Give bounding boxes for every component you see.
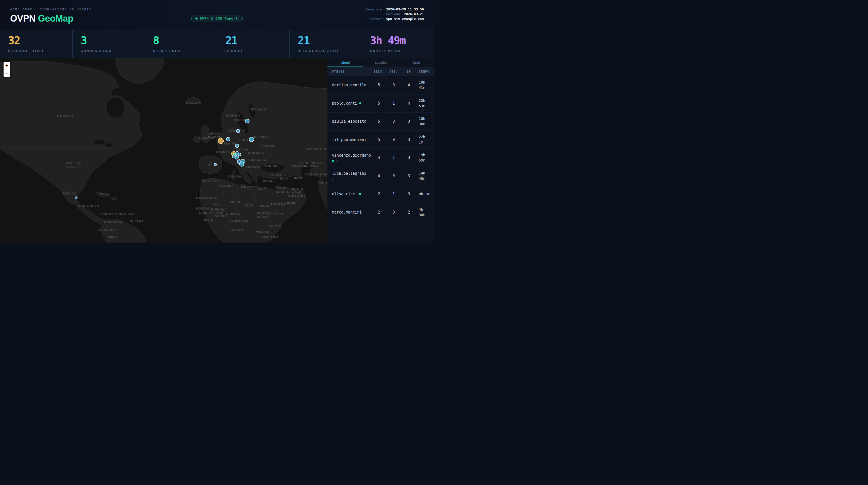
stat-label: UTENTI UNICI	[153, 49, 217, 53]
user-name-line: luca.pellegrini	[332, 171, 373, 176]
zoom-out-button[interactable]: −	[4, 69, 10, 77]
user-name-line: martina.gentile	[332, 83, 373, 87]
user-table: martina.gentile50410h 41mpaolo.conti5142…	[328, 76, 434, 221]
header-eyebrow: ACME CORP · SIMULAZIONE 50 UTENTI	[10, 8, 92, 11]
table-row[interactable]: luca.pellegrini⚠40314h 48m	[328, 167, 434, 185]
blue-session-marker[interactable]	[214, 163, 217, 166]
time-cell: 18h 30m	[416, 116, 430, 127]
country-label: TANZANIA	[262, 235, 279, 239]
user-name-line: elisa.ricci	[332, 192, 373, 196]
user-name: giulia.esposito	[332, 119, 366, 124]
user-cell: filippo.mariani	[328, 138, 373, 142]
tab-utenti[interactable]: Utenti	[328, 58, 363, 67]
stat-value: 21	[225, 35, 289, 46]
table-row[interactable]: elisa.ricci2138h 3m	[328, 185, 434, 203]
table-row[interactable]: martina.gentile50410h 41m	[328, 76, 434, 94]
country-label: KAZAKHSTAN	[306, 147, 328, 151]
meta-label: Server:	[370, 17, 386, 21]
country-label: CAMEROON	[229, 220, 248, 223]
time-cell: 19h 59m	[416, 152, 430, 163]
country-label: SPAIN	[208, 163, 219, 166]
stat-label: SESSIONI TOTALI	[8, 49, 72, 53]
blue-session-marker[interactable]	[226, 137, 230, 142]
warning-icon: ⚠	[336, 159, 338, 162]
meta-value: 2026-03-28 11:33:56	[386, 7, 424, 11]
blue-session-marker[interactable]	[236, 129, 240, 133]
country-label: ROMANIA	[248, 151, 264, 155]
page-title: OVPN GeoMap	[10, 13, 92, 24]
header-meta-row: Generato: 2026-03-28 11:33:56	[366, 7, 424, 12]
ip-cell: 4	[402, 101, 416, 105]
country-label: GUYANA	[130, 219, 144, 223]
column-header: ATT.	[385, 70, 402, 73]
country-label: MAURITANIA	[196, 196, 217, 200]
blue-session-marker[interactable]	[239, 161, 244, 166]
header: ACME CORP · SIMULAZIONE 50 UTENTI OVPN G…	[0, 0, 434, 30]
country-label: GREECE	[245, 165, 260, 169]
stat-card: 3CONNESSI ORA	[72, 30, 145, 58]
active-cell: 0	[385, 138, 402, 142]
stat-value: 8	[153, 35, 217, 46]
active-cell: 0	[385, 174, 402, 178]
table-row[interactable]: giulia.esposito50318h 30m	[328, 113, 434, 131]
stat-value: 3	[81, 35, 145, 46]
blue-session-marker[interactable]	[75, 196, 78, 199]
blue-session-marker[interactable]	[245, 119, 249, 123]
orange-session-marker[interactable]	[218, 138, 224, 144]
column-header: SESS.	[373, 70, 385, 73]
tab-località[interactable]: Località	[363, 58, 399, 67]
country-label: FRANCE	[216, 150, 230, 154]
country-label: MOROCCO	[201, 179, 219, 182]
country-label: IRAQ	[280, 177, 288, 180]
header-meta: Generato: 2026-03-28 11:33:56Periodo: 20…	[366, 7, 424, 21]
user-name-line: marco.mancini	[332, 210, 373, 215]
country-label: PANAMA	[99, 212, 114, 216]
country-label: AFGHANISTAN	[304, 173, 328, 176]
stat-card: 21IP GEOLOCALIZZATI	[289, 30, 362, 58]
time-cell: 8h 3m	[416, 191, 430, 197]
blue-session-marker[interactable]	[238, 153, 241, 156]
country-label: NORWAY	[226, 114, 241, 117]
zoom-in-button[interactable]: +	[4, 62, 10, 69]
table-row[interactable]: marco.mancini2024h 36m	[328, 203, 434, 222]
sidebar: UtentiLocalitàOrari UTENTESESS.ATT.IPTEM…	[328, 58, 434, 243]
table-row[interactable]: vincenzo.giordano⚠41319h 59m	[328, 149, 434, 167]
country-label: UNITED STATES	[65, 161, 81, 170]
country-label: TURKMENISTAN	[292, 164, 319, 168]
header-meta-row: Server: vpn-sim.example.com	[366, 17, 424, 21]
table-row[interactable]: paolo.conti51423h 53m	[328, 94, 434, 113]
active-cell: 1	[385, 155, 402, 160]
country-label: ERITREA	[271, 203, 285, 206]
country-label: ECUADOR	[99, 228, 116, 232]
country-label: BULGARIA	[248, 158, 266, 162]
country-label: YEMEN	[285, 202, 297, 205]
sessions-cell: 2	[373, 192, 385, 196]
stat-card: 8UTENTI UNICI	[145, 30, 217, 58]
table-row[interactable]: filippo.mariani50322h 1m	[328, 131, 434, 149]
meta-label: Generato:	[366, 7, 386, 11]
map-canvas[interactable]: ICELANDCANADANORWAYSWEDENFINLANDDENMARKU…	[0, 58, 328, 243]
country-label: UKRAINE	[261, 144, 277, 148]
online-dot-icon	[359, 193, 361, 195]
country-label: FINLAND	[251, 108, 266, 111]
country-label: GUINEA	[199, 211, 212, 215]
title-accent: GeoMap	[38, 13, 73, 24]
user-name: filippo.mariani	[332, 138, 366, 142]
blue-session-marker[interactable]	[235, 144, 239, 148]
country-label: ICELAND	[186, 101, 201, 105]
stat-value: 21	[298, 35, 362, 46]
meta-value: 2026-03-21	[404, 12, 424, 16]
country-label: ALGERIA	[219, 185, 234, 188]
green-session-marker[interactable]	[233, 153, 236, 156]
ip-cell: 3	[402, 155, 416, 160]
badge-label: OVPN & DNS Report	[200, 17, 238, 20]
sessions-cell: 5	[373, 138, 385, 142]
tab-orari[interactable]: Orari	[399, 58, 434, 67]
report-status-badge: OVPN & DNS Report	[191, 15, 243, 22]
country-label: ISRAEL	[263, 179, 275, 183]
user-cell: giulia.esposito	[328, 119, 373, 124]
blue-session-marker[interactable]	[235, 155, 239, 159]
blue-session-marker[interactable]	[249, 137, 254, 142]
stat-value: 32	[8, 35, 72, 46]
country-label: COLOMBIA	[104, 220, 122, 224]
